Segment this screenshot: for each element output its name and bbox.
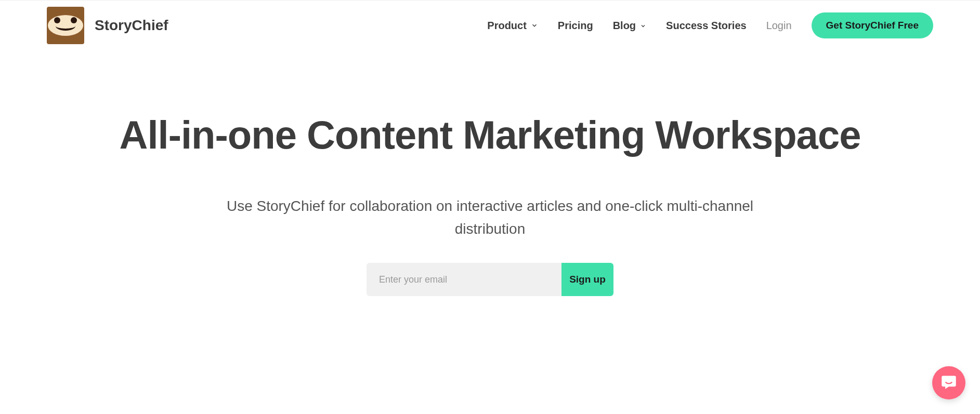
nav-blog-label: Blog — [613, 20, 636, 32]
main-nav: Product Pricing Blog Success Stories Log… — [487, 12, 933, 38]
nav-success-stories[interactable]: Success Stories — [666, 20, 747, 32]
nav-success-stories-label: Success Stories — [666, 20, 747, 32]
chat-icon — [940, 373, 957, 392]
nav-product-label: Product — [487, 20, 527, 32]
hero-section: All-in-one Content Marketing Workspace U… — [0, 44, 980, 296]
chevron-down-icon — [531, 20, 538, 32]
nav-pricing[interactable]: Pricing — [558, 20, 593, 32]
logo-icon — [47, 7, 84, 44]
chevron-down-icon — [640, 20, 646, 32]
brand-name: StoryChief — [95, 17, 168, 34]
logo-group[interactable]: StoryChief — [47, 7, 168, 44]
nav-pricing-label: Pricing — [558, 20, 593, 32]
signup-button[interactable]: Sign up — [561, 263, 613, 296]
nav-product[interactable]: Product — [487, 20, 538, 32]
nav-login[interactable]: Login — [766, 20, 792, 32]
email-input[interactable] — [367, 263, 561, 296]
hero-title: All-in-one Content Marketing Workspace — [0, 112, 980, 158]
site-header: StoryChief Product Pricing Blog Success … — [0, 0, 980, 44]
chat-widget-button[interactable] — [932, 366, 965, 399]
signup-form: Sign up — [0, 263, 980, 296]
hero-subtitle: Use StoryChief for collaboration on inte… — [204, 195, 776, 242]
get-free-button[interactable]: Get StoryChief Free — [812, 12, 933, 38]
nav-login-label: Login — [766, 20, 792, 32]
nav-blog[interactable]: Blog — [613, 20, 646, 32]
